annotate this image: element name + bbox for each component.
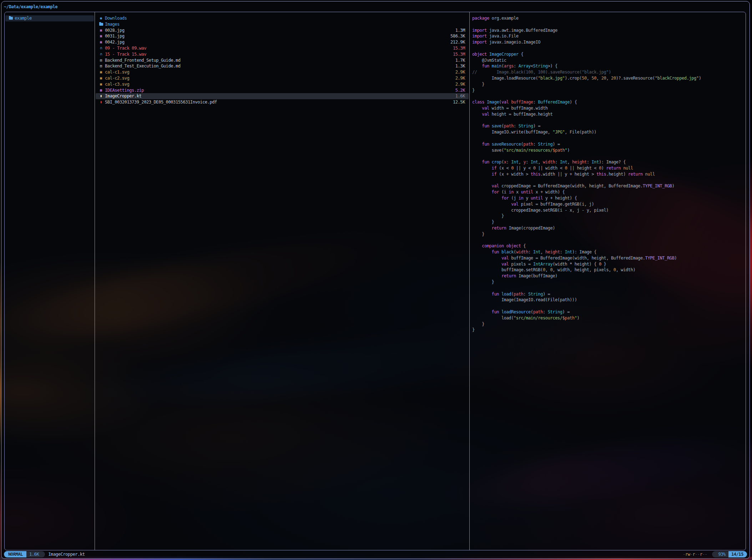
code-line: if (x + width > this.width || y + height…: [472, 171, 743, 177]
file-row[interactable]: ▤Backend_Test_Execution_Guide.md1.3K: [96, 63, 469, 69]
parent-item[interactable]: example: [5, 15, 94, 21]
file-row[interactable]: ▣cal-c1.svg2.9K: [96, 69, 469, 75]
code-line: val height = buffImage.height: [472, 111, 743, 117]
code-line: if (x < 0 || y < 0 || width < 0 || heigh…: [472, 165, 743, 171]
file-row[interactable]: ▣0031.jpg586.3K: [96, 33, 469, 39]
code-line: }: [472, 219, 743, 225]
code-line: import java.io.File: [472, 33, 743, 39]
file-name: ImageCropper.kt: [105, 93, 141, 99]
list-position-badge: 14/15: [728, 551, 747, 558]
code-line: companion object {: [472, 243, 743, 249]
file-size: 2.9K: [452, 69, 465, 75]
file-row[interactable]: ∩15 - Track 15.wav15.3M: [96, 51, 469, 57]
code-line: fun saveResource(path: String) =: [472, 141, 743, 147]
file-size: 5.2K: [452, 87, 465, 94]
terminal-window: ~/Data/example/example example ◉Download…: [1, 1, 750, 559]
status-left-group: NORMAL 1.6K ImageCropper.kt: [4, 551, 85, 558]
image-icon: ▣: [98, 81, 104, 87]
code-line: [472, 177, 743, 183]
badge-cap-icon: [42, 551, 45, 558]
code-line: [472, 45, 743, 51]
code-line: }: [472, 321, 743, 327]
code-line: fun black(width: Int, height: Int): Imag…: [472, 249, 743, 255]
current-pane: ◉DownloadsImages▣0028.jpg1.3M▣0031.jpg58…: [95, 12, 469, 550]
code-line: @JvmStatic: [472, 57, 743, 64]
code-line: }: [472, 81, 743, 87]
file-name: example: [15, 15, 32, 21]
code-line: return Image(buffImage): [472, 273, 743, 279]
code-line: val buffImage = BufferedImage(width, hei…: [472, 255, 743, 261]
file-row[interactable]: ◉Downloads: [96, 15, 469, 21]
download-icon: ◉: [98, 15, 104, 21]
code-line: }: [472, 231, 743, 237]
code-line: val pixel = buffImage.getRGB(i, j): [472, 201, 743, 207]
image-icon: ▣: [98, 69, 104, 75]
code-line: buffImage.setRGB(0, 0, width, height, pi…: [472, 267, 743, 273]
file-permissions: -rw-r--r--: [683, 552, 707, 557]
markdown-icon: ▤: [98, 57, 104, 64]
file-row[interactable]: ▣cal-c2.svg2.9K: [96, 75, 469, 81]
status-right-group: -rw-r--r-- 93% 14/15: [683, 551, 747, 558]
file-size: 15.3M: [449, 51, 465, 57]
file-row[interactable]: ▤Backend_Frontend_Setup_Guide.md1.7K: [96, 57, 469, 64]
code-line: Image(ImageIO.read(File(path))): [472, 297, 743, 303]
badge-cap-icon: [712, 551, 715, 558]
file-size: 15.3M: [449, 45, 465, 51]
code-line: Image.loadResource("black.jpg").crop(50,…: [472, 75, 743, 81]
file-row[interactable]: ▣cal-c3.svg2.9K: [96, 81, 469, 87]
file-size: 1.3K: [452, 63, 465, 69]
status-bar: NORMAL 1.6K ImageCropper.kt -rw-r--r-- 9…: [4, 551, 747, 558]
code-line: return Image(croppedImage): [472, 225, 743, 231]
file-row[interactable]: ▣0042.jpg212.9K: [96, 39, 469, 45]
code-line: [472, 153, 743, 159]
image-icon: ▣: [98, 27, 104, 34]
file-size-badge: 1.6K: [26, 551, 42, 558]
file-row[interactable]: ▮SBI_0032013739_2023_DE05_0003155631Invo…: [96, 99, 469, 105]
file-row[interactable]: ▮ImageCropper.kt1.6K: [96, 93, 469, 99]
file-icon: ▮: [98, 93, 104, 99]
file-name: 0042.jpg: [105, 39, 125, 45]
preview-pane[interactable]: package org.exampleimport java.awt.image…: [470, 12, 746, 550]
folder-icon: [98, 23, 104, 26]
code-line: class Image(val buffImage: BufferedImage…: [472, 99, 743, 105]
code-line: fun main(args: Array<String>) {: [472, 63, 743, 69]
file-name: Images: [105, 21, 120, 27]
code-line: [472, 117, 743, 123]
code-line: load("src/main/resources/$path"): [472, 315, 743, 321]
file-size: 586.3K: [447, 33, 465, 39]
code-line: fun save(path: String) =: [472, 123, 743, 129]
file-size: 1.3M: [452, 27, 465, 34]
file-name: 15 - Track 15.wav: [105, 51, 146, 57]
file-name: Backend_Test_Execution_Guide.md: [105, 63, 181, 69]
code-line: val width = buffImage.width: [472, 105, 743, 111]
code-line: object ImageCropper {: [472, 51, 743, 57]
audio-icon: ∩: [98, 51, 104, 57]
code-line: fun crop(x: Int, y: Int, width: Int, hei…: [472, 159, 743, 165]
code-line: [472, 21, 743, 27]
code-line: [472, 303, 743, 309]
file-name: 0028.jpg: [105, 27, 125, 34]
file-size: 1.6K: [452, 93, 465, 99]
image-icon: ▣: [98, 39, 104, 45]
code-line: for (j in y until y + height) {: [472, 195, 743, 201]
markdown-icon: ▤: [98, 63, 104, 69]
code-line: package org.example: [472, 15, 743, 21]
file-row[interactable]: Images: [96, 21, 469, 27]
file-name: SBI_0032013739_2023_DE05_0003155631Invoi…: [105, 99, 217, 105]
code-line: val pixels = IntArray(width * height) { …: [472, 261, 743, 267]
file-name: Backend_Frontend_Setup_Guide.md: [105, 57, 181, 64]
file-manager-panels: example ◉DownloadsImages▣0028.jpg1.3M▣00…: [4, 12, 746, 550]
breadcrumb-path: ~/Data/example/example: [4, 3, 57, 10]
code-line: fun load(path: String) =: [472, 291, 743, 297]
code-line: ImageIO.write(buffImage, "JPG", File(pat…: [472, 129, 743, 135]
file-row[interactable]: ∩09 - Track 09.wav15.3M: [96, 45, 469, 51]
image-icon: ▣: [98, 75, 104, 81]
scroll-percent-badge: 93%: [715, 551, 728, 558]
file-row[interactable]: ▦IDEAsettings.zip5.2K: [96, 87, 469, 94]
code-line: [472, 135, 743, 141]
mode-badge: NORMAL: [4, 551, 26, 558]
file-row[interactable]: ▣0028.jpg1.3M: [96, 27, 469, 34]
code-line: }: [472, 279, 743, 285]
file-name: Downloads: [105, 15, 127, 21]
pdf-icon: ▮: [98, 99, 104, 105]
